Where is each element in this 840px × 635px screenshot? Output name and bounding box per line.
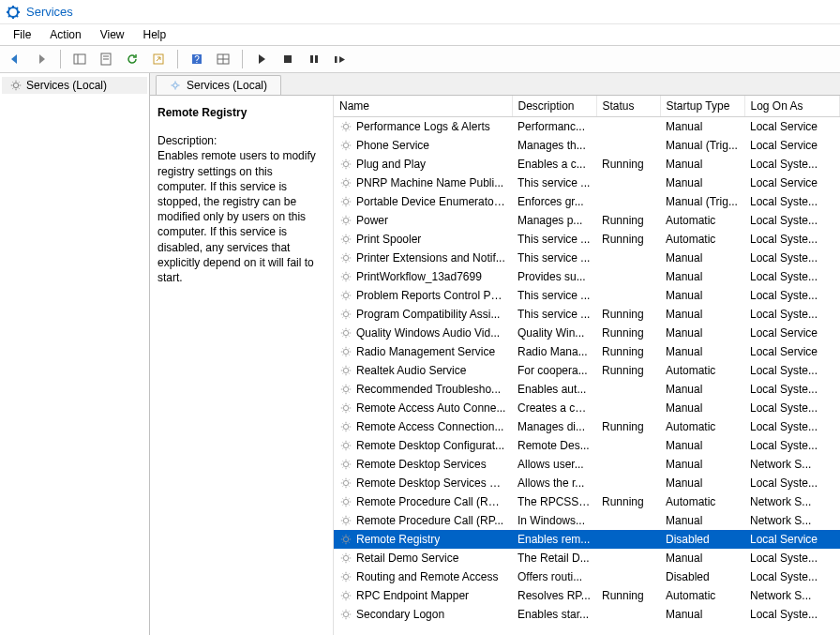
- table-row[interactable]: Performance Logs & AlertsPerformanc...Ma…: [334, 117, 840, 136]
- service-status: Running: [596, 211, 660, 230]
- service-description: This service ...: [512, 174, 596, 192]
- service-startup-type: Manual: [660, 117, 744, 136]
- table-row[interactable]: Printer Extensions and Notif...This serv…: [334, 249, 840, 267]
- table-row[interactable]: Radio Management ServiceRadio Mana...Run…: [334, 342, 840, 361]
- table-row[interactable]: Remote Desktop Services U...Allows the r…: [334, 474, 840, 492]
- service-name: PNRP Machine Name Publi...: [356, 176, 503, 189]
- gear-icon: [339, 214, 352, 227]
- toolbar: ?: [0, 45, 840, 73]
- table-row[interactable]: Portable Device Enumerator...Enforces gr…: [334, 192, 840, 211]
- table-row[interactable]: PowerManages p...RunningAutomaticLocal S…: [334, 211, 840, 230]
- service-name: Performance Logs & Alerts: [356, 120, 490, 133]
- table-row[interactable]: Recommended Troublesho...Enables aut...M…: [334, 380, 840, 399]
- service-startup-type: Manual: [660, 474, 744, 492]
- service-description: This service ...: [512, 286, 596, 305]
- column-header-status[interactable]: Status: [596, 96, 660, 117]
- service-startup-type: Manual: [660, 155, 744, 174]
- service-name: Problem Reports Control Pa...: [356, 289, 506, 302]
- menu-help[interactable]: Help: [134, 26, 176, 43]
- table-row[interactable]: Remote Access Connection...Manages di...…: [334, 417, 840, 436]
- service-log-on-as: Local Syste...: [744, 249, 840, 267]
- stop-service-button[interactable]: [277, 48, 299, 70]
- service-name: Secondary Logon: [356, 608, 444, 621]
- start-service-button[interactable]: [250, 48, 273, 70]
- menu-action[interactable]: Action: [40, 26, 90, 43]
- svg-point-34: [343, 424, 348, 429]
- table-row[interactable]: RPC Endpoint MapperResolves RP...Running…: [334, 586, 840, 605]
- table-row[interactable]: Remote Access Auto Conne...Creates a co.…: [334, 399, 840, 417]
- menu-file[interactable]: File: [4, 26, 40, 43]
- back-button[interactable]: [4, 48, 26, 70]
- forward-button[interactable]: [30, 48, 52, 70]
- gear-icon: [9, 79, 22, 92]
- table-row[interactable]: Remote Desktop ServicesAllows user...Man…: [334, 455, 840, 474]
- table-row[interactable]: Retail Demo ServiceThe Retail D...Manual…: [334, 549, 840, 567]
- tree-item-label: Services (Local): [26, 79, 107, 92]
- service-log-on-as: Local Syste...: [744, 567, 840, 586]
- svg-point-18: [343, 124, 348, 129]
- menu-view[interactable]: View: [91, 26, 134, 43]
- tree-item-services-local[interactable]: Services (Local): [2, 77, 147, 94]
- service-description: This service ...: [512, 249, 596, 267]
- table-row[interactable]: Remote Desktop Configurat...Remote Des..…: [334, 436, 840, 455]
- gear-icon: [339, 420, 352, 433]
- table-row[interactable]: Secondary LogonEnables star...ManualLoca…: [334, 605, 840, 624]
- console-tree[interactable]: Services (Local): [0, 73, 150, 635]
- service-log-on-as: Local Syste...: [744, 380, 840, 399]
- service-status: [596, 174, 660, 192]
- table-row[interactable]: Program Compatibility Assi...This servic…: [334, 305, 840, 324]
- large-icons-button[interactable]: [212, 48, 234, 70]
- refresh-button[interactable]: [121, 48, 143, 70]
- table-row[interactable]: Remote Procedure Call (RPC)The RPCSS s..…: [334, 492, 840, 511]
- gear-icon: [339, 476, 352, 490]
- svg-rect-13: [310, 55, 313, 63]
- export-list-button[interactable]: [147, 48, 170, 70]
- table-row[interactable]: Print SpoolerThis service ...RunningAuto…: [334, 230, 840, 249]
- service-description: Enables star...: [512, 605, 596, 624]
- service-log-on-as: Local Service: [744, 136, 840, 155]
- restart-service-button[interactable]: [329, 48, 352, 70]
- service-description: This service ...: [512, 230, 596, 249]
- table-row[interactable]: Plug and PlayEnables a c...RunningManual…: [334, 155, 840, 174]
- column-header-name[interactable]: Name: [334, 96, 512, 117]
- service-description: In Windows...: [512, 511, 596, 530]
- svg-point-42: [343, 574, 348, 579]
- column-header-log-on-as[interactable]: Log On As: [744, 96, 840, 117]
- service-startup-type: Automatic: [660, 211, 744, 230]
- svg-point-41: [343, 555, 348, 560]
- services-app-icon: [6, 5, 21, 20]
- svg-point-23: [343, 218, 348, 222]
- services-list[interactable]: Name Description Status Startup Type Log…: [333, 96, 840, 635]
- service-description: For coopera...: [512, 361, 596, 380]
- service-status: Running: [596, 155, 660, 174]
- column-header-description[interactable]: Description: [512, 96, 596, 117]
- svg-point-26: [343, 274, 348, 279]
- service-startup-type: Automatic: [660, 492, 744, 511]
- table-row[interactable]: PNRP Machine Name Publi...This service .…: [334, 174, 840, 192]
- service-log-on-as: Local Service: [744, 324, 840, 342]
- gear-icon: [339, 120, 352, 133]
- pause-service-button[interactable]: [303, 48, 325, 70]
- table-row[interactable]: Realtek Audio ServiceFor coopera...Runni…: [334, 361, 840, 380]
- table-row[interactable]: Phone ServiceManages th...Manual (Trig..…: [334, 136, 840, 155]
- show-hide-tree-button[interactable]: [68, 48, 91, 70]
- service-log-on-as: Local Syste...: [744, 211, 840, 230]
- service-description: Offers routi...: [512, 567, 596, 586]
- gear-icon: [339, 439, 352, 452]
- table-row[interactable]: Quality Windows Audio Vid...Quality Win.…: [334, 324, 840, 342]
- details-panel: Remote Registry Description: Enables rem…: [150, 96, 333, 635]
- table-row[interactable]: Problem Reports Control Pa...This servic…: [334, 286, 840, 305]
- help-button[interactable]: ?: [186, 48, 208, 70]
- table-row[interactable]: Routing and Remote AccessOffers routi...…: [334, 567, 840, 586]
- column-header-startup-type[interactable]: Startup Type: [660, 96, 744, 117]
- window-titlebar: Services: [0, 0, 840, 24]
- service-name: Retail Demo Service: [356, 552, 458, 565]
- properties-button[interactable]: [95, 48, 117, 70]
- service-log-on-as: Network S...: [744, 455, 840, 474]
- tab-services-local[interactable]: Services (Local): [156, 75, 281, 95]
- table-row[interactable]: Remote Procedure Call (RP...In Windows..…: [334, 511, 840, 530]
- service-status: [596, 436, 660, 455]
- table-row[interactable]: PrintWorkflow_13ad7699Provides su...Manu…: [334, 267, 840, 286]
- table-row[interactable]: Remote RegistryEnables rem...DisabledLoc…: [334, 530, 840, 549]
- service-log-on-as: Local Service: [744, 342, 840, 361]
